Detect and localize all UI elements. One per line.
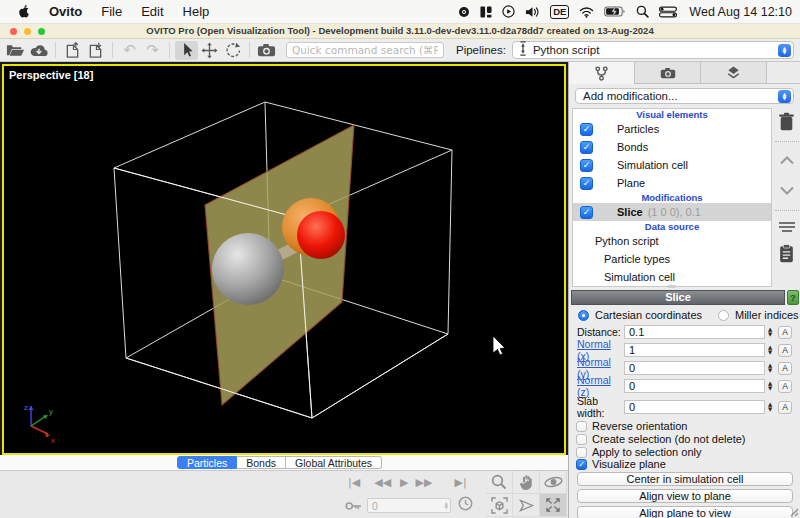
animation-settings-clock-icon[interactable]	[458, 496, 473, 515]
particles-visibility-checkbox[interactable]	[580, 123, 593, 136]
undo-button[interactable]: ↶	[118, 41, 141, 60]
pan-tool-button[interactable]	[513, 471, 540, 494]
app-switcher-icon[interactable]	[480, 6, 492, 18]
close-window-button[interactable]	[10, 28, 17, 35]
normal-x-animate-button[interactable]: A	[778, 344, 792, 357]
export-file-button[interactable]	[61, 41, 84, 60]
tab-pipeline-editor[interactable]	[569, 62, 635, 84]
slab-width-input[interactable]	[624, 400, 765, 414]
slice-help-button[interactable]: ?	[787, 290, 799, 305]
visualize-plane-checkbox[interactable]	[576, 459, 587, 470]
menu-edit[interactable]: Edit	[141, 4, 163, 19]
quick-command-search-input[interactable]	[286, 42, 444, 58]
media-playback-icon[interactable]	[502, 5, 515, 18]
distance-input[interactable]	[624, 325, 765, 339]
miller-indices-label[interactable]: Miller indices	[735, 309, 799, 321]
viewport-perspective[interactable]: Perspective [18]	[2, 64, 566, 455]
add-modification-dropdown[interactable]: Add modification...	[575, 88, 794, 104]
frame-number-input[interactable]	[368, 500, 436, 512]
move-modifier-up-button[interactable]	[779, 151, 795, 169]
frame-spinner-icon[interactable]	[445, 502, 448, 510]
pipeline-selector[interactable]: Python script	[512, 41, 794, 59]
list-item-particle-types[interactable]: Particle types	[573, 250, 771, 268]
open-file-button[interactable]	[4, 41, 27, 60]
reverse-orientation-checkbox[interactable]	[576, 421, 587, 432]
create-selection-checkbox[interactable]	[576, 434, 587, 445]
battery-icon[interactable]	[604, 6, 626, 17]
cartesian-coordinates-radio[interactable]	[578, 310, 589, 321]
render-camera-button[interactable]	[255, 41, 278, 60]
viewport-caption[interactable]: Perspective [18]	[9, 69, 93, 81]
distance-animate-button[interactable]: A	[778, 326, 792, 339]
frame-number-field[interactable]	[367, 498, 451, 513]
skip-to-end-button[interactable]: ▶|	[454, 476, 466, 489]
keyboard-layout-badge[interactable]: DE	[550, 5, 569, 19]
toggle-modifier-list-icon[interactable]	[778, 219, 796, 237]
normal-y-spinner-icon[interactable]	[765, 361, 775, 375]
orbit-tool-button[interactable]	[540, 471, 567, 494]
list-resize-grip[interactable]	[667, 285, 676, 288]
center-in-cell-button[interactable]: Center in simulation cell	[577, 472, 793, 486]
miller-indices-radio[interactable]	[718, 310, 729, 321]
copy-pipeline-clipboard-button[interactable]	[779, 244, 794, 267]
normal-x-spinner-icon[interactable]	[765, 343, 775, 357]
maximize-viewport-button[interactable]	[540, 494, 567, 517]
plane-visibility-checkbox[interactable]	[580, 177, 593, 190]
control-center-icon[interactable]	[659, 6, 677, 18]
status-circle-icon[interactable]	[458, 6, 470, 18]
window-resize-grip[interactable]	[789, 507, 799, 517]
delete-modifier-button[interactable]	[778, 112, 795, 135]
normal-z-animate-button[interactable]: A	[778, 380, 792, 393]
spotlight-search-icon[interactable]	[636, 5, 649, 18]
play-button[interactable]: ▶	[400, 476, 408, 489]
wifi-icon[interactable]	[579, 6, 594, 18]
skip-to-start-button[interactable]: |◀	[348, 476, 360, 489]
normal-y-animate-button[interactable]: A	[778, 362, 792, 375]
distance-spinner-icon[interactable]	[765, 325, 775, 339]
zoom-tool-button[interactable]	[486, 471, 513, 494]
zoom-scene-extents-button[interactable]	[486, 494, 513, 517]
move-mode-button[interactable]	[198, 41, 221, 60]
bonds-visibility-checkbox[interactable]	[580, 141, 593, 154]
list-item-simulation-cell-source[interactable]: Simulation cell	[573, 268, 771, 286]
tab-overlays[interactable]	[701, 62, 767, 84]
rotate-mode-button[interactable]	[221, 41, 244, 60]
reverse-orientation-row[interactable]: Reverse orientation	[576, 420, 687, 432]
visualize-plane-row[interactable]: Visualize plane	[576, 458, 666, 470]
fast-forward-button[interactable]: ▶▶	[416, 476, 433, 489]
menubar-clock[interactable]: Wed Aug 14 12:10	[689, 5, 792, 19]
tab-render-settings[interactable]	[635, 62, 701, 84]
menu-help[interactable]: Help	[183, 4, 210, 19]
minimize-window-button[interactable]	[24, 28, 31, 35]
pick-orbit-center-button[interactable]	[513, 494, 540, 517]
align-view-to-plane-button[interactable]: Align view to plane	[577, 489, 793, 503]
cartesian-coordinates-label[interactable]: Cartesian coordinates	[595, 309, 702, 321]
tab-bonds[interactable]: Bonds	[237, 456, 286, 469]
apple-menu-icon[interactable]	[17, 4, 30, 19]
slice-enabled-checkbox[interactable]	[580, 206, 593, 219]
tab-global-attributes[interactable]: Global Attributes	[286, 456, 382, 469]
list-item-bonds[interactable]: Bonds	[573, 138, 771, 156]
simulation-cell-visibility-checkbox[interactable]	[580, 159, 593, 172]
slab-width-spinner-icon[interactable]	[765, 400, 775, 414]
import-file-button[interactable]	[84, 41, 107, 60]
tab-particles[interactable]: Particles	[177, 456, 237, 469]
list-item-plane[interactable]: Plane	[573, 174, 771, 192]
redo-button[interactable]: ↷	[141, 41, 164, 60]
list-item-slice-modifier[interactable]: Slice(1 0 0), 0.1	[573, 203, 771, 221]
list-item-particles[interactable]: Particles	[573, 120, 771, 138]
particle-red[interactable]	[297, 211, 345, 259]
list-item-python-script[interactable]: Python script	[573, 232, 771, 250]
menu-file[interactable]: File	[101, 4, 122, 19]
menu-app-name[interactable]: Ovito	[49, 4, 82, 19]
step-back-button[interactable]: ◀◀	[374, 476, 391, 489]
volume-icon[interactable]	[525, 6, 540, 18]
zoom-window-button[interactable]	[38, 28, 45, 35]
pipeline-selector-stepper-icon[interactable]	[778, 44, 791, 57]
import-remote-file-button[interactable]	[27, 41, 50, 60]
add-modification-stepper-icon[interactable]	[778, 90, 791, 103]
align-plane-to-view-button[interactable]: Align plane to view	[577, 506, 793, 518]
key-icon[interactable]	[345, 497, 362, 515]
normal-z-spinner-icon[interactable]	[765, 379, 775, 393]
apply-to-selection-checkbox[interactable]	[576, 447, 587, 458]
